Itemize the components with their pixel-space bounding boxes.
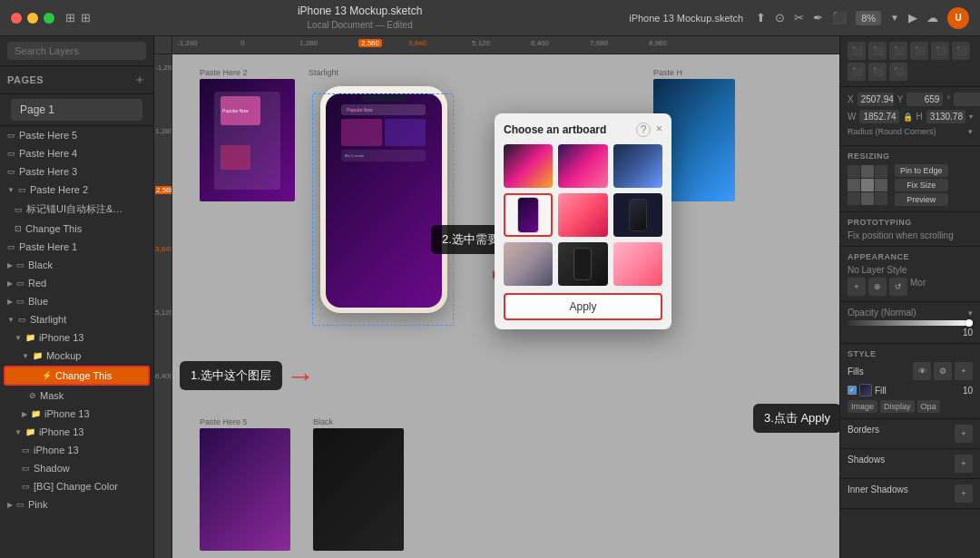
toolbar-transform-icon[interactable]: ⬛: [832, 11, 847, 24]
layer-paste1[interactable]: ▭ Paste Here 1: [0, 238, 153, 256]
more-align-icon[interactable]: ⬛: [889, 63, 907, 81]
fill-checkbox[interactable]: ✓: [848, 386, 857, 395]
canvas-main[interactable]: Paste Here 2 Popular Now: [172, 54, 839, 558]
artboard-thumb-5[interactable]: [558, 193, 607, 237]
preview-button[interactable]: Preview: [895, 193, 948, 206]
artboard-thumb-2[interactable]: [558, 144, 607, 188]
fills-header: Fills 👁 ⚙ +: [848, 362, 973, 380]
display-mode-btn[interactable]: Display: [880, 400, 915, 413]
layer-paste4[interactable]: ▭ Paste Here 4: [0, 144, 153, 162]
lock-icon[interactable]: 🔒: [903, 113, 913, 122]
layer-mask[interactable]: ⊘ Mask: [0, 387, 153, 405]
shadows-add-icon[interactable]: +: [955, 455, 973, 473]
page-item-1[interactable]: Page 1: [11, 99, 142, 121]
artboard-thumb-7[interactable]: [504, 242, 553, 286]
sync-style-icon[interactable]: ↺: [889, 278, 907, 296]
layer-pink[interactable]: ▶ ▭ Pink: [0, 495, 153, 514]
align-left-icon[interactable]: ⬛: [848, 42, 866, 60]
fills-eye-icon[interactable]: 👁: [913, 362, 931, 380]
opacity-slider[interactable]: [848, 320, 973, 326]
artboard-thumb-4-selected[interactable]: [504, 193, 553, 237]
more-style-btn[interactable]: Mor: [910, 278, 926, 296]
apply-button[interactable]: Apply: [504, 293, 662, 320]
layer-black[interactable]: ▶ ▭ Black: [0, 256, 153, 274]
layer-iphone13d[interactable]: ▭ iPhone 13: [0, 441, 153, 459]
artboard-thumb-6[interactable]: [613, 193, 662, 237]
layer-red[interactable]: ▶ ▭ Red: [0, 274, 153, 292]
cloud-icon[interactable]: ☁: [926, 11, 938, 24]
prototyping-title: PROTOTYPING: [848, 218, 973, 227]
maximize-button[interactable]: [44, 13, 54, 24]
resize-cell-bl: [848, 192, 860, 205]
fill-type-label[interactable]: Fill: [875, 386, 960, 396]
play-icon[interactable]: ▶: [908, 11, 917, 24]
opacity-caret[interactable]: ▾: [968, 308, 973, 318]
distribute-h-icon[interactable]: ⬛: [848, 63, 866, 81]
layer-changethis1[interactable]: ⊡ Change This: [0, 220, 153, 238]
layer-shadow[interactable]: ▭ Shadow: [0, 459, 153, 477]
align-bottom-icon[interactable]: ⬛: [952, 42, 970, 60]
image-mode-btn[interactable]: Image: [848, 400, 877, 413]
add-page-button[interactable]: ＋: [133, 72, 146, 88]
fill-swatch[interactable]: [859, 384, 872, 396]
inner-shadows-header: Inner Shadows +: [848, 485, 973, 503]
artboard-thumb-3[interactable]: [613, 144, 662, 188]
layer-bgchange[interactable]: ▭ [BG] Change Color: [0, 477, 153, 495]
dialog-help-button[interactable]: ?: [636, 122, 651, 137]
ruler-corner: [154, 36, 172, 54]
layer-mockup[interactable]: ▼ 📁 Mockup: [0, 347, 153, 365]
duplicate-style-icon[interactable]: ⊕: [868, 278, 887, 296]
layer-style-value[interactable]: No Layer Style: [848, 265, 973, 275]
opacity-thumb: [965, 319, 973, 327]
sidebar: Pages ＋ Page 1 ▭ Paste Here 5 ▭ Paste He…: [0, 36, 154, 558]
pin-to-edge-button[interactable]: Pin to Edge: [895, 164, 948, 177]
borders-add-icon[interactable]: +: [955, 425, 973, 443]
align-right-icon[interactable]: ⬛: [889, 42, 907, 60]
search-input[interactable]: [7, 42, 146, 60]
layer-autocap[interactable]: ▭ 标记锚UI自动标注&实时...: [0, 199, 153, 220]
angle-value[interactable]: 0: [954, 93, 980, 106]
opacity-label[interactable]: Opacity (Normal): [848, 308, 916, 318]
layer-paste2[interactable]: ▼ ▭ Paste Here 2: [0, 181, 153, 199]
inner-shadows-add-icon[interactable]: +: [955, 485, 973, 503]
distribute-v-icon[interactable]: ⬛: [868, 63, 887, 81]
toolbar-pen-icon[interactable]: ✒: [813, 11, 823, 24]
layer-iphone13c[interactable]: ▼ 📁 iPhone 13: [0, 423, 153, 441]
zoom-level[interactable]: 8%: [856, 11, 881, 25]
artboard-thumb-9[interactable]: [613, 242, 662, 286]
toolbar-scissors-icon[interactable]: ✂: [794, 11, 804, 24]
fix-size-button[interactable]: Fix Size: [895, 179, 948, 191]
thumb8-phone: [573, 248, 592, 280]
fills-add-icon[interactable]: +: [955, 362, 973, 380]
toolbar-share-icon[interactable]: ⬆: [756, 11, 766, 24]
align-center-icon[interactable]: ⬛: [868, 42, 887, 60]
layer-iphone13b[interactable]: ▶ 📁 iPhone 13: [0, 405, 153, 423]
opa-mode-btn[interactable]: Opa: [917, 400, 940, 413]
x-value[interactable]: 2507.94: [858, 93, 894, 106]
user-avatar[interactable]: U: [947, 7, 969, 29]
fill-opacity-value[interactable]: 10: [963, 386, 973, 396]
toolbar-layers-icon[interactable]: ⊙: [775, 11, 785, 24]
fills-gear-icon[interactable]: ⚙: [934, 362, 952, 380]
y-value[interactable]: 659: [906, 93, 943, 106]
layer-blue[interactable]: ▶ ▭ Blue: [0, 292, 153, 310]
add-style-icon[interactable]: +: [848, 278, 866, 296]
align-top-icon[interactable]: ⬛: [910, 42, 928, 60]
close-button[interactable]: [11, 13, 22, 24]
ruler-mark-5120: 5,120: [472, 39, 490, 47]
zoom-dropdown-icon[interactable]: ▼: [890, 13, 899, 23]
minimize-button[interactable]: [27, 13, 38, 24]
opacity-value[interactable]: 10: [848, 328, 973, 338]
artboard-thumb-8[interactable]: [558, 242, 607, 286]
radius-caret[interactable]: ▾: [968, 127, 973, 136]
dialog-close-button[interactable]: ×: [656, 122, 662, 137]
artboard-thumb-1[interactable]: [504, 144, 553, 188]
layer-paste5[interactable]: ▭ Paste Here 5: [0, 126, 153, 144]
w-value[interactable]: 1852.74: [859, 110, 898, 123]
layer-iphone13a[interactable]: ▼ 📁 iPhone 13: [0, 328, 153, 347]
layer-changethis2-selected[interactable]: ⚡ Change This: [4, 366, 150, 386]
align-middle-icon[interactable]: ⬛: [931, 42, 949, 60]
layer-starlight[interactable]: ▼ ▭ Starlight: [0, 310, 153, 328]
h-value[interactable]: 3130.78: [926, 110, 965, 123]
layer-paste3[interactable]: ▭ Paste Here 3: [0, 162, 153, 181]
